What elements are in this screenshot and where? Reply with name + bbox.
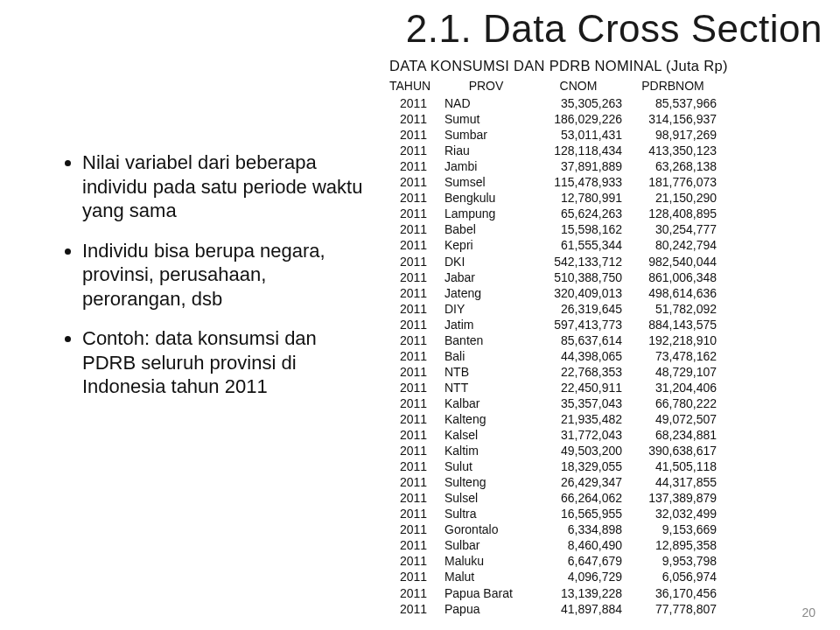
slide: 2.1. Data Cross Section Nilai variabel d…: [0, 0, 840, 630]
cell-cnom: 41,897,884: [535, 601, 629, 617]
cell-prov: Kalbar: [444, 396, 535, 411]
cell-cnom: 6,334,898: [535, 522, 629, 537]
table-row: 2011Sumbar53,011,43198,917,269: [389, 127, 724, 143]
th-tahun: TAHUN: [389, 78, 444, 95]
cell-pdrbnom: 32,032,499: [629, 506, 724, 522]
cell-prov: Jatim: [444, 317, 535, 332]
cell-tahun: 2011: [389, 364, 444, 380]
cell-tahun: 2011: [389, 317, 444, 332]
cell-pdrbnom: 128,408,895: [629, 206, 724, 221]
table-row: 2011Malut4,096,7296,056,974: [389, 569, 724, 584]
cell-pdrbnom: 98,917,269: [629, 127, 724, 143]
cell-pdrbnom: 36,170,456: [629, 585, 724, 601]
cell-pdrbnom: 44,317,855: [629, 474, 724, 490]
cell-cnom: 66,264,062: [535, 490, 629, 506]
cell-pdrbnom: 9,953,798: [629, 553, 724, 569]
cell-prov: Maluku: [444, 553, 535, 569]
cell-tahun: 2011: [389, 270, 444, 285]
cell-cnom: 15,598,162: [535, 221, 629, 237]
table-row: 2011NTB22,768,35348,729,107: [389, 364, 724, 380]
th-pdrbnom: PDRBNOM: [629, 78, 724, 95]
cell-prov: Sulbar: [444, 537, 535, 553]
table-row: 2011Sulsel66,264,062137,389,879: [389, 490, 724, 506]
cell-pdrbnom: 498,614,636: [629, 285, 724, 301]
table-row: 2011Lampung65,624,263128,408,895: [389, 206, 724, 221]
table-row: 2011Bengkulu12,780,99121,150,290: [389, 190, 724, 206]
cell-prov: Kepri: [444, 237, 535, 253]
cell-pdrbnom: 85,537,966: [629, 95, 724, 111]
table-row: 2011Sulbar8,460,49012,895,358: [389, 537, 724, 553]
cell-prov: Sumsel: [444, 174, 535, 190]
cell-cnom: 37,891,889: [535, 158, 629, 174]
cell-pdrbnom: 77,778,807: [629, 601, 724, 617]
cell-prov: Kalteng: [444, 411, 535, 427]
cell-cnom: 16,565,955: [535, 506, 629, 522]
cell-cnom: 128,118,434: [535, 143, 629, 158]
cell-pdrbnom: 137,389,879: [629, 490, 724, 506]
bullet-item: Nilai variabel dari beberapa individu pa…: [82, 150, 364, 223]
cell-pdrbnom: 30,254,777: [629, 221, 724, 237]
cell-prov: Kalsel: [444, 427, 535, 443]
table-row: 2011Jambi37,891,88963,268,138: [389, 158, 724, 174]
cell-tahun: 2011: [389, 127, 444, 143]
cell-tahun: 2011: [389, 380, 444, 396]
bullet-item: Contoh: data konsumsi dan PDRB seluruh p…: [82, 326, 364, 399]
table-row: 2011Jabar510,388,750861,006,348: [389, 270, 724, 285]
table-row: 2011Kaltim49,503,200390,638,617: [389, 443, 724, 458]
cell-prov: Sulteng: [444, 474, 535, 490]
cell-pdrbnom: 192,218,910: [629, 332, 724, 348]
cell-tahun: 2011: [389, 553, 444, 569]
cell-tahun: 2011: [389, 301, 444, 317]
cell-prov: Kaltim: [444, 443, 535, 458]
table-row: 2011Riau128,118,434413,350,123: [389, 143, 724, 158]
cell-pdrbnom: 49,072,507: [629, 411, 724, 427]
cell-tahun: 2011: [389, 522, 444, 537]
cell-cnom: 6,647,679: [535, 553, 629, 569]
cell-tahun: 2011: [389, 332, 444, 348]
table-row: 2011Maluku6,647,6799,953,798: [389, 553, 724, 569]
cell-tahun: 2011: [389, 174, 444, 190]
cell-prov: NTB: [444, 364, 535, 380]
cell-cnom: 320,409,013: [535, 285, 629, 301]
cell-tahun: 2011: [389, 95, 444, 111]
table-row: 2011DIY26,319,64551,782,092: [389, 301, 724, 317]
cell-cnom: 22,768,353: [535, 364, 629, 380]
table-caption: DATA KONSUMSI DAN PDRB NOMINAL (Juta Rp): [389, 58, 809, 74]
cell-tahun: 2011: [389, 158, 444, 174]
cell-cnom: 85,637,614: [535, 332, 629, 348]
cell-cnom: 65,624,263: [535, 206, 629, 221]
table-row: 2011Sumsel115,478,933181,776,073: [389, 174, 724, 190]
cell-prov: NAD: [444, 95, 535, 111]
cell-prov: Sulsel: [444, 490, 535, 506]
cell-prov: NTT: [444, 380, 535, 396]
cell-cnom: 18,329,055: [535, 458, 629, 474]
table-row: 2011Jateng320,409,013498,614,636: [389, 285, 724, 301]
cell-tahun: 2011: [389, 506, 444, 522]
cell-prov: Sulut: [444, 458, 535, 474]
cell-tahun: 2011: [389, 458, 444, 474]
table-row: 2011DKI542,133,712982,540,044: [389, 254, 724, 270]
cell-pdrbnom: 861,006,348: [629, 270, 724, 285]
cell-prov: Gorontalo: [444, 522, 535, 537]
cell-prov: Sumut: [444, 111, 535, 127]
page-number: 20: [802, 606, 816, 620]
cell-cnom: 53,011,431: [535, 127, 629, 143]
cell-prov: DKI: [444, 254, 535, 270]
cell-prov: Sumbar: [444, 127, 535, 143]
table-row: 2011NAD35,305,26385,537,966: [389, 95, 724, 111]
cell-cnom: 49,503,200: [535, 443, 629, 458]
cell-prov: Papua Barat: [444, 585, 535, 601]
table-row: 2011Banten85,637,614192,218,910: [389, 332, 724, 348]
cell-tahun: 2011: [389, 537, 444, 553]
table-row: 2011NTT22,450,91131,204,406: [389, 380, 724, 396]
cell-tahun: 2011: [389, 427, 444, 443]
cell-tahun: 2011: [389, 285, 444, 301]
cell-pdrbnom: 48,729,107: [629, 364, 724, 380]
cell-pdrbnom: 314,156,937: [629, 111, 724, 127]
cell-cnom: 22,450,911: [535, 380, 629, 396]
cell-cnom: 597,413,773: [535, 317, 629, 332]
cell-prov: Jambi: [444, 158, 535, 174]
cell-tahun: 2011: [389, 396, 444, 411]
cell-tahun: 2011: [389, 443, 444, 458]
cell-tahun: 2011: [389, 474, 444, 490]
